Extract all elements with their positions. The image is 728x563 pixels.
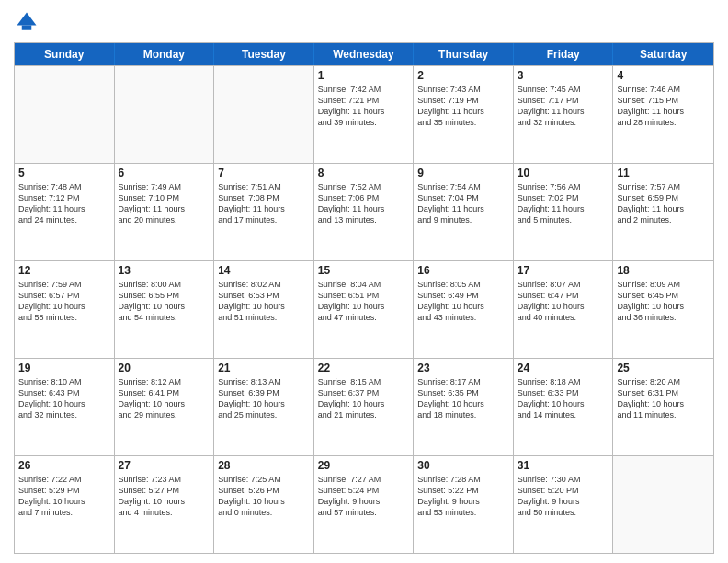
day-number: 16 bbox=[417, 264, 509, 277]
day-cell-8: 8Sunrise: 7:52 AM Sunset: 7:06 PM Daylig… bbox=[314, 164, 415, 260]
day-cell-19: 19Sunrise: 8:10 AM Sunset: 6:43 PM Dayli… bbox=[15, 359, 115, 455]
day-cell-6: 6Sunrise: 7:49 AM Sunset: 7:10 PM Daylig… bbox=[115, 164, 215, 260]
day-info: Sunrise: 8:05 AM Sunset: 6:49 PM Dayligh… bbox=[417, 279, 509, 324]
day-cell-1: 1Sunrise: 7:42 AM Sunset: 7:21 PM Daylig… bbox=[314, 66, 415, 163]
day-number: 21 bbox=[218, 362, 310, 374]
day-cell-empty-0-0 bbox=[15, 66, 115, 163]
day-number: 28 bbox=[218, 459, 310, 472]
day-cell-27: 27Sunrise: 7:23 AM Sunset: 5:27 PM Dayli… bbox=[115, 456, 215, 553]
day-info: Sunrise: 7:28 AM Sunset: 5:22 PM Dayligh… bbox=[417, 474, 509, 519]
page: SundayMondayTuesdayWednesdayThursdayFrid… bbox=[0, 0, 728, 563]
day-info: Sunrise: 7:46 AM Sunset: 7:15 PM Dayligh… bbox=[617, 84, 710, 129]
day-info: Sunrise: 7:56 AM Sunset: 7:02 PM Dayligh… bbox=[518, 181, 609, 226]
day-cell-25: 25Sunrise: 8:20 AM Sunset: 6:31 PM Dayli… bbox=[613, 359, 713, 455]
day-number: 9 bbox=[417, 167, 509, 179]
day-info: Sunrise: 8:15 AM Sunset: 6:37 PM Dayligh… bbox=[318, 376, 410, 421]
day-info: Sunrise: 7:25 AM Sunset: 5:26 PM Dayligh… bbox=[218, 474, 310, 519]
day-cell-11: 11Sunrise: 7:57 AM Sunset: 6:59 PM Dayli… bbox=[613, 164, 713, 260]
day-cell-5: 5Sunrise: 7:48 AM Sunset: 7:12 PM Daylig… bbox=[15, 164, 115, 260]
day-number: 31 bbox=[518, 459, 609, 472]
day-number: 13 bbox=[119, 264, 210, 277]
day-number: 11 bbox=[617, 167, 710, 179]
day-number: 17 bbox=[518, 264, 609, 277]
day-number: 1 bbox=[318, 69, 410, 82]
day-info: Sunrise: 8:12 AM Sunset: 6:41 PM Dayligh… bbox=[119, 376, 210, 421]
header bbox=[14, 9, 714, 35]
day-info: Sunrise: 8:10 AM Sunset: 6:43 PM Dayligh… bbox=[18, 376, 110, 421]
day-number: 30 bbox=[417, 459, 509, 472]
calendar-row-0: 1Sunrise: 7:42 AM Sunset: 7:21 PM Daylig… bbox=[15, 65, 713, 163]
day-info: Sunrise: 7:52 AM Sunset: 7:06 PM Dayligh… bbox=[318, 181, 410, 226]
day-number: 8 bbox=[318, 167, 410, 179]
day-info: Sunrise: 7:49 AM Sunset: 7:10 PM Dayligh… bbox=[119, 181, 210, 226]
calendar-row-2: 12Sunrise: 7:59 AM Sunset: 6:57 PM Dayli… bbox=[15, 260, 713, 358]
calendar-row-3: 19Sunrise: 8:10 AM Sunset: 6:43 PM Dayli… bbox=[15, 358, 713, 455]
day-cell-31: 31Sunrise: 7:30 AM Sunset: 5:20 PM Dayli… bbox=[514, 456, 614, 553]
svg-rect-1 bbox=[22, 26, 32, 30]
day-number: 29 bbox=[318, 459, 410, 472]
day-cell-empty-0-1 bbox=[115, 66, 215, 163]
day-info: Sunrise: 7:23 AM Sunset: 5:27 PM Dayligh… bbox=[119, 474, 210, 519]
calendar-row-4: 26Sunrise: 7:22 AM Sunset: 5:29 PM Dayli… bbox=[15, 455, 713, 553]
calendar: SundayMondayTuesdayWednesdayThursdayFrid… bbox=[14, 42, 714, 554]
day-info: Sunrise: 8:04 AM Sunset: 6:51 PM Dayligh… bbox=[318, 279, 410, 324]
day-cell-13: 13Sunrise: 8:00 AM Sunset: 6:55 PM Dayli… bbox=[115, 261, 215, 358]
day-number: 4 bbox=[617, 69, 710, 82]
day-info: Sunrise: 7:51 AM Sunset: 7:08 PM Dayligh… bbox=[218, 181, 310, 226]
day-number: 5 bbox=[18, 167, 110, 179]
day-number: 19 bbox=[18, 362, 110, 374]
day-cell-20: 20Sunrise: 8:12 AM Sunset: 6:41 PM Dayli… bbox=[115, 359, 215, 455]
day-number: 23 bbox=[417, 362, 509, 374]
header-day-wednesday: Wednesday bbox=[314, 43, 415, 65]
day-cell-14: 14Sunrise: 8:02 AM Sunset: 6:53 PM Dayli… bbox=[214, 261, 314, 358]
day-number: 2 bbox=[417, 69, 509, 82]
day-cell-22: 22Sunrise: 8:15 AM Sunset: 6:37 PM Dayli… bbox=[314, 359, 415, 455]
logo-icon bbox=[14, 9, 40, 35]
header-day-saturday: Saturday bbox=[613, 43, 713, 65]
day-info: Sunrise: 8:13 AM Sunset: 6:39 PM Dayligh… bbox=[218, 376, 310, 421]
day-number: 25 bbox=[617, 362, 710, 374]
day-info: Sunrise: 7:27 AM Sunset: 5:24 PM Dayligh… bbox=[318, 474, 410, 519]
day-cell-30: 30Sunrise: 7:28 AM Sunset: 5:22 PM Dayli… bbox=[414, 456, 514, 553]
header-day-sunday: Sunday bbox=[15, 43, 115, 65]
day-cell-29: 29Sunrise: 7:27 AM Sunset: 5:24 PM Dayli… bbox=[314, 456, 415, 553]
calendar-header: SundayMondayTuesdayWednesdayThursdayFrid… bbox=[15, 43, 713, 65]
day-cell-12: 12Sunrise: 7:59 AM Sunset: 6:57 PM Dayli… bbox=[15, 261, 115, 358]
day-cell-26: 26Sunrise: 7:22 AM Sunset: 5:29 PM Dayli… bbox=[15, 456, 115, 553]
day-cell-4: 4Sunrise: 7:46 AM Sunset: 7:15 PM Daylig… bbox=[613, 66, 713, 163]
svg-marker-0 bbox=[17, 13, 37, 26]
day-info: Sunrise: 7:54 AM Sunset: 7:04 PM Dayligh… bbox=[417, 181, 509, 226]
day-number: 27 bbox=[119, 459, 210, 472]
day-number: 24 bbox=[518, 362, 609, 374]
day-cell-23: 23Sunrise: 8:17 AM Sunset: 6:35 PM Dayli… bbox=[414, 359, 514, 455]
day-number: 14 bbox=[218, 264, 310, 277]
day-cell-empty-4-6 bbox=[613, 456, 713, 553]
day-info: Sunrise: 7:42 AM Sunset: 7:21 PM Dayligh… bbox=[318, 84, 410, 129]
day-cell-17: 17Sunrise: 8:07 AM Sunset: 6:47 PM Dayli… bbox=[514, 261, 614, 358]
header-day-monday: Monday bbox=[115, 43, 215, 65]
day-cell-16: 16Sunrise: 8:05 AM Sunset: 6:49 PM Dayli… bbox=[414, 261, 514, 358]
day-info: Sunrise: 8:09 AM Sunset: 6:45 PM Dayligh… bbox=[617, 279, 710, 324]
day-number: 15 bbox=[318, 264, 410, 277]
day-cell-9: 9Sunrise: 7:54 AM Sunset: 7:04 PM Daylig… bbox=[414, 164, 514, 260]
day-number: 20 bbox=[119, 362, 210, 374]
day-cell-empty-0-2 bbox=[214, 66, 314, 163]
header-day-thursday: Thursday bbox=[414, 43, 514, 65]
header-day-tuesday: Tuesday bbox=[214, 43, 314, 65]
day-number: 3 bbox=[518, 69, 609, 82]
day-cell-7: 7Sunrise: 7:51 AM Sunset: 7:08 PM Daylig… bbox=[214, 164, 314, 260]
day-cell-2: 2Sunrise: 7:43 AM Sunset: 7:19 PM Daylig… bbox=[414, 66, 514, 163]
logo bbox=[14, 9, 43, 35]
day-info: Sunrise: 8:20 AM Sunset: 6:31 PM Dayligh… bbox=[617, 376, 710, 421]
day-cell-15: 15Sunrise: 8:04 AM Sunset: 6:51 PM Dayli… bbox=[314, 261, 415, 358]
day-info: Sunrise: 7:57 AM Sunset: 6:59 PM Dayligh… bbox=[617, 181, 710, 226]
day-info: Sunrise: 7:59 AM Sunset: 6:57 PM Dayligh… bbox=[18, 279, 110, 324]
day-info: Sunrise: 8:00 AM Sunset: 6:55 PM Dayligh… bbox=[119, 279, 210, 324]
day-info: Sunrise: 8:17 AM Sunset: 6:35 PM Dayligh… bbox=[417, 376, 509, 421]
day-info: Sunrise: 7:30 AM Sunset: 5:20 PM Dayligh… bbox=[518, 474, 609, 519]
day-cell-21: 21Sunrise: 8:13 AM Sunset: 6:39 PM Dayli… bbox=[214, 359, 314, 455]
day-cell-10: 10Sunrise: 7:56 AM Sunset: 7:02 PM Dayli… bbox=[514, 164, 614, 260]
day-cell-3: 3Sunrise: 7:45 AM Sunset: 7:17 PM Daylig… bbox=[514, 66, 614, 163]
day-number: 18 bbox=[617, 264, 710, 277]
day-number: 7 bbox=[218, 167, 310, 179]
